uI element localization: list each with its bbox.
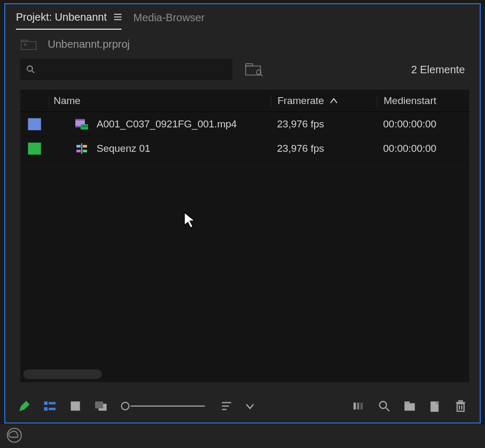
- project-toolbar: [5, 393, 480, 423]
- new-item-icon[interactable]: [428, 399, 443, 413]
- svg-rect-16: [83, 150, 87, 152]
- svg-rect-35: [457, 404, 464, 411]
- table-body[interactable]: A001_C037_0921FG_001.mp423,976 fps00:00:…: [20, 112, 469, 382]
- svg-rect-29: [360, 403, 362, 410]
- label-color-chip[interactable]: [28, 142, 41, 155]
- project-file-name: Unbenannt.prproj: [48, 38, 130, 50]
- svg-rect-9: [75, 119, 85, 120]
- svg-rect-33: [404, 401, 410, 403]
- slider-knob-icon[interactable]: [121, 402, 129, 410]
- new-search-bin-icon[interactable]: [245, 62, 263, 77]
- automate-to-sequence-icon[interactable]: [351, 399, 366, 413]
- svg-rect-18: [49, 402, 56, 404]
- app-footer: [0, 424, 485, 448]
- svg-rect-28: [357, 403, 359, 410]
- column-framerate[interactable]: Framerate: [271, 95, 377, 107]
- table-row[interactable]: Sequenz 0123,976 fps00:00:00:00: [20, 136, 469, 161]
- svg-rect-1: [21, 40, 28, 41]
- item-framerate: 23,976 fps: [271, 143, 377, 154]
- svg-point-2: [27, 66, 32, 71]
- clip-icon: [74, 118, 89, 131]
- item-name: A001_C037_0921FG_001.mp4: [97, 118, 237, 130]
- slider-track: [131, 406, 205, 407]
- tab-project[interactable]: Projekt: Unbenannt: [16, 11, 122, 30]
- trash-icon[interactable]: [453, 399, 468, 413]
- write-mode-icon[interactable]: [17, 399, 32, 413]
- svg-rect-20: [49, 408, 56, 410]
- folder-up-icon[interactable]: [20, 39, 37, 50]
- svg-rect-15: [76, 150, 81, 152]
- item-name: Sequenz 01: [97, 143, 150, 154]
- horizontal-scrollbar[interactable]: [23, 369, 102, 379]
- project-breadcrumb: Unbenannt.prproj: [5, 31, 480, 54]
- search-icon: [26, 65, 36, 74]
- sort-dropdown-icon[interactable]: [245, 399, 255, 413]
- search-input[interactable]: [20, 59, 232, 80]
- item-media-start: 00:00:00:00: [377, 118, 469, 130]
- sequence-icon: [74, 142, 89, 155]
- svg-rect-21: [71, 401, 80, 410]
- find-icon[interactable]: [377, 399, 392, 413]
- table-row[interactable]: A001_C037_0921FG_001.mp423,976 fps00:00:…: [20, 112, 469, 136]
- label-color-chip[interactable]: [28, 118, 41, 131]
- svg-line-3: [32, 71, 34, 73]
- items-table: Name Framerate Medienstart A001_C037_092…: [20, 90, 469, 382]
- icon-view-icon[interactable]: [68, 399, 83, 413]
- table-header: Name Framerate Medienstart: [20, 90, 469, 112]
- sort-asc-icon: [330, 95, 338, 107]
- search-field[interactable]: [36, 64, 227, 75]
- svg-rect-17: [44, 401, 48, 405]
- svg-rect-39: [459, 401, 463, 402]
- svg-point-40: [7, 428, 21, 442]
- svg-rect-5: [246, 64, 253, 66]
- item-count: 2 Elemente: [411, 64, 465, 76]
- svg-point-30: [379, 401, 386, 408]
- list-view-icon[interactable]: [42, 399, 57, 413]
- tab-project-label: Projekt: Unbenannt: [16, 11, 107, 23]
- svg-rect-0: [21, 41, 36, 49]
- column-media-start[interactable]: Medienstart: [377, 95, 469, 107]
- search-row: 2 Elemente: [5, 54, 480, 90]
- new-bin-icon[interactable]: [402, 399, 417, 413]
- thumbnail-size-slider[interactable]: [121, 402, 205, 410]
- svg-rect-27: [353, 403, 356, 410]
- item-media-start: 00:00:00:00: [377, 143, 469, 154]
- project-panel: Projekt: Unbenannt Media-Browser Unbenan…: [4, 3, 481, 424]
- freeform-view-icon[interactable]: [93, 399, 108, 413]
- panel-tabs: Projekt: Unbenannt Media-Browser: [5, 4, 480, 31]
- svg-rect-14: [83, 145, 87, 148]
- tab-media-browser-label: Media-Browser: [133, 12, 204, 24]
- sort-menu-icon[interactable]: [220, 399, 235, 413]
- svg-rect-13: [76, 145, 81, 148]
- item-framerate: 23,976 fps: [271, 118, 377, 130]
- panel-menu-icon[interactable]: [114, 14, 122, 20]
- svg-rect-19: [44, 407, 48, 411]
- column-name[interactable]: Name: [49, 95, 271, 107]
- svg-rect-32: [404, 403, 415, 411]
- svg-line-31: [386, 408, 389, 411]
- svg-rect-23: [95, 401, 103, 408]
- svg-rect-4: [246, 66, 261, 75]
- creative-cloud-icon[interactable]: [6, 427, 22, 445]
- tab-media-browser[interactable]: Media-Browser: [133, 12, 204, 29]
